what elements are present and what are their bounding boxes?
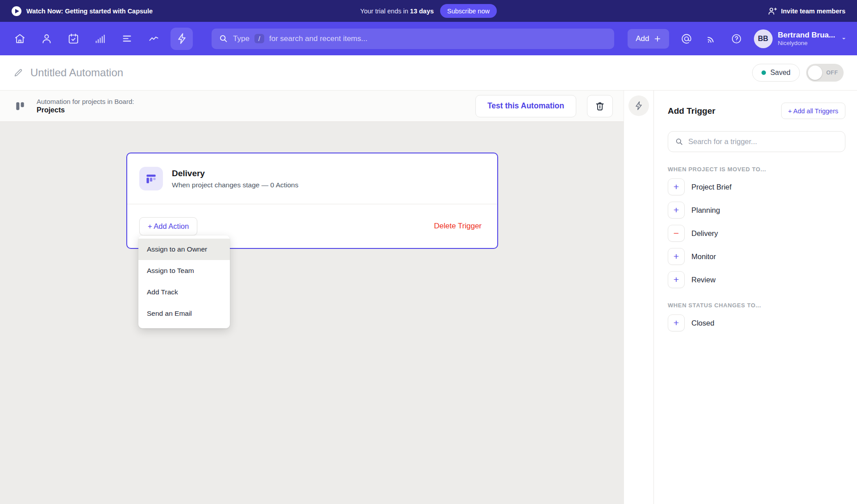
menu-item-send-email[interactable]: Send an Email [138,303,230,324]
help-icon[interactable] [729,31,744,46]
watch-now-link[interactable]: Watch Now: Getting started with Capsule [26,8,153,15]
add-all-triggers-button[interactable]: + Add all Triggers [781,103,845,119]
add-action-button[interactable]: + Add Action [139,217,197,235]
add-trigger-button[interactable]: + [668,248,685,265]
trigger-option-review: + Review [668,271,845,289]
global-search-input[interactable]: Type / for search and recent items... [212,29,614,49]
toggle-knob [808,66,822,80]
calendar-icon[interactable] [63,29,83,49]
board-context-line: Automation for projects in Board: [37,98,465,105]
user-name: Bertrand Brua... [778,31,835,40]
trial-banner: Watch Now: Getting started with Capsule … [0,0,857,22]
trigger-option-closed: + Closed [668,314,845,332]
page-title[interactable]: Untitled Automation [30,66,123,79]
avatar: BB [754,29,773,48]
automation-canvas: Delivery When project changes stage — 0 … [0,122,624,504]
trigger-option-planning: + Planning [668,201,845,219]
chevron-down-icon [840,35,847,42]
main-nav: Type / for search and recent items... Ad… [0,22,857,55]
saved-dot-icon [761,70,766,75]
trigger-option-monitor: + Monitor [668,248,845,265]
add-trigger-button[interactable]: + [668,271,685,288]
stage-board-icon [139,167,163,190]
automation-icon[interactable] [171,28,193,50]
broadcast-icon[interactable] [704,31,719,46]
board-name: Projects [37,106,465,114]
add-trigger-button[interactable]: + [668,178,685,195]
invite-icon [767,6,777,16]
trigger-search-input[interactable] [688,137,838,146]
add-button[interactable]: Add [628,29,669,49]
automation-on-off-toggle[interactable]: OFF [806,64,844,82]
list-icon[interactable] [117,29,137,49]
user-menu[interactable]: BB Bertrand Brua... Nicelydone [754,29,847,48]
lightning-icon [633,100,644,111]
delete-automation-button[interactable] [587,95,613,117]
saved-status-badge: Saved [752,64,800,82]
trend-icon[interactable] [144,29,163,49]
delete-trigger-link[interactable]: Delete Trigger [434,222,482,231]
user-org: Nicelydone [778,40,835,46]
add-trigger-panel: Add Trigger + Add all Triggers WHEN PROJ… [653,91,857,504]
section-label: WHEN PROJECT IS MOVED TO... [668,166,845,173]
trigger-subtitle: When project changes stage — 0 Actions [172,181,298,189]
subscribe-button[interactable]: Subscribe now [440,4,497,18]
trigger-title: Delivery [172,169,298,178]
menu-item-assign-team[interactable]: Assign to Team [138,260,230,281]
add-trigger-button[interactable]: + [668,202,685,219]
invite-team-link[interactable]: Invite team members [781,8,845,15]
board-context-header: Automation for projects in Board: Projec… [0,91,624,122]
menu-item-assign-owner[interactable]: Assign to an Owner [138,239,230,260]
home-icon[interactable] [10,29,29,49]
trigger-panel-toggle[interactable] [628,95,649,116]
panel-title: Add Trigger [668,106,716,116]
add-trigger-button[interactable]: + [668,314,685,331]
remove-trigger-button[interactable]: − [668,225,685,242]
mentions-icon[interactable] [679,31,694,46]
trigger-card[interactable]: Delivery When project changes stage — 0 … [126,153,498,249]
search-icon [675,137,683,146]
play-icon[interactable] [12,6,21,16]
kanban-icon [14,100,26,112]
pencil-icon[interactable] [13,68,23,78]
search-icon [219,34,228,43]
plus-icon [654,35,661,42]
panel-rail [624,91,653,504]
bar-chart-icon[interactable] [90,29,110,49]
trigger-option-delivery: − Delivery [668,224,845,242]
slash-key-badge: / [254,34,264,43]
people-icon[interactable] [37,29,56,49]
section-label: WHEN STATUS CHANGES TO... [668,302,845,309]
menu-item-add-track[interactable]: Add Track [138,281,230,303]
trial-countdown: Your trial ends in 13 days [360,8,434,15]
test-automation-button[interactable]: Test this Automation [475,95,576,117]
trigger-search[interactable] [668,131,845,152]
trigger-option-project-brief: + Project Brief [668,178,845,196]
automation-title-bar: Untitled Automation Saved OFF [0,55,857,91]
trash-icon [595,101,605,112]
action-menu: Assign to an Owner Assign to Team Add Tr… [138,235,230,328]
